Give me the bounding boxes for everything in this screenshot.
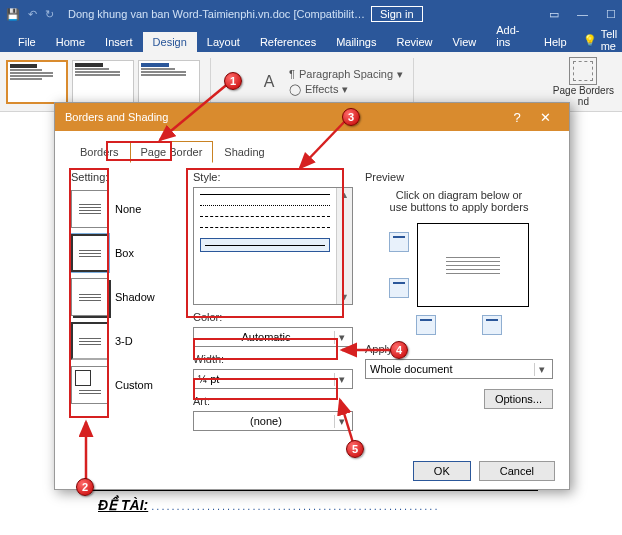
chevron-down-icon[interactable]: ▾ [334,373,348,386]
bulb-icon: 💡 [583,34,597,47]
style-label: Style: [193,171,353,183]
paragraph-spacing[interactable]: ¶Paragraph Spacing▾ [289,68,403,81]
effects-label: Effects [305,83,338,95]
theme-thumb[interactable] [6,60,68,104]
fonts-icon: A [259,72,279,92]
setting-none[interactable]: None [71,187,181,231]
tab-layout[interactable]: Layout [197,32,250,52]
style-dotted[interactable] [200,205,330,206]
apply-to-row: Apply to: Whole document▾ Options... [365,343,553,409]
sign-in-button[interactable]: Sign in [371,6,423,22]
theme-thumb[interactable] [138,60,200,104]
preview-right-button[interactable] [482,315,502,335]
quick-access-toolbar: 💾 ↶ ↻ [6,8,54,21]
ok-button[interactable]: OK [413,461,471,481]
doc-dots: ........................................… [151,500,439,512]
help-icon[interactable]: ? [503,110,531,125]
ribbon-tabs: File Home Insert Design Layout Reference… [0,28,622,52]
options-button[interactable]: Options... [484,389,553,409]
style-scrollbar[interactable]: ▲▼ [336,188,352,304]
page-borders-label: Page Borders [553,85,614,96]
tab-insert[interactable]: Insert [95,32,143,52]
borders-shading-dialog: Borders and Shading ? ✕ Borders Page Bor… [54,102,570,490]
preview-bottom-button[interactable] [389,278,409,298]
apply-to-combo[interactable]: Whole document▾ [365,359,553,379]
preview-left-button[interactable] [416,315,436,335]
tab-file[interactable]: File [8,32,46,52]
apply-to-value: Whole document [370,363,534,375]
art-combo[interactable]: (none)▾ [193,411,353,431]
setting-3d[interactable]: 3-D [71,319,181,363]
cancel-button[interactable]: Cancel [479,461,555,481]
save-icon[interactable]: 💾 [6,8,20,21]
style-dashdot[interactable] [200,227,330,228]
page-borders-label2: nd [578,96,589,107]
preview-area [365,223,553,307]
tab-view[interactable]: View [443,32,487,52]
preview-top-button[interactable] [389,232,409,252]
scroll-down-icon[interactable]: ▼ [340,292,349,302]
redo-icon[interactable]: ↻ [45,8,54,21]
maximize-icon[interactable]: ☐ [606,8,616,21]
theme-thumb[interactable] [72,60,134,104]
ribbon-options-icon[interactable]: ▭ [549,8,559,21]
colors-icon: 🎨 [225,72,245,92]
scroll-up-icon[interactable]: ▲ [340,190,349,200]
page-borders-button[interactable]: Page Borders nd [551,55,616,109]
dlgtab-borders[interactable]: Borders [69,141,130,163]
art-label: Art: [193,395,353,407]
dialog-footer: OK Cancel [413,461,555,481]
width-combo[interactable]: ¼ pt▾ [193,369,353,389]
chevron-down-icon[interactable]: ▾ [334,415,348,428]
close-icon[interactable]: ✕ [531,110,559,125]
preview-label: Preview [365,171,553,183]
page-borders-icon [569,57,597,85]
tab-help[interactable]: Help [534,32,577,52]
dialog-body: Setting: None Box Shadow 3-D Custom Styl… [55,163,569,445]
color-label: Color: [193,311,353,323]
tab-review[interactable]: Review [387,32,443,52]
setting-custom-label: Custom [115,379,153,391]
tab-home[interactable]: Home [46,32,95,52]
chevron-down-icon[interactable]: ▾ [534,363,548,376]
dlgtab-page-border[interactable]: Page Border [130,141,214,163]
chevron-down-icon: ▾ [397,68,403,81]
dlgtab-shading[interactable]: Shading [213,141,275,163]
setting-3d-label: 3-D [115,335,133,347]
setting-custom[interactable]: Custom [71,363,181,407]
fonts-button[interactable]: A [255,70,283,94]
chevron-down-icon: ▾ [342,83,348,96]
setting-box-label: Box [115,247,134,259]
style-selected[interactable] [200,238,330,252]
width-label: Width: [193,353,353,365]
style-solid[interactable] [200,194,330,195]
tab-mailings[interactable]: Mailings [326,32,386,52]
window-controls: ▭ — ☐ [549,8,616,21]
tab-addins[interactable]: Add-ins [486,20,534,52]
ribbon-options: ¶Paragraph Spacing▾ ◯Effects▾ [289,68,403,96]
tell-me[interactable]: 💡Tell me [583,28,622,52]
minimize-icon[interactable]: — [577,8,588,21]
document-formatting-gallery[interactable] [6,60,200,104]
tab-references[interactable]: References [250,32,326,52]
style-listbox[interactable]: ▲▼ [193,187,353,305]
colors-button[interactable]: 🎨 [221,70,249,94]
setting-shadow[interactable]: Shadow [71,275,181,319]
tab-design[interactable]: Design [143,32,197,52]
effects[interactable]: ◯Effects▾ [289,83,403,96]
preview-text: Click on diagram below oruse buttons to … [365,189,553,213]
setting-box[interactable]: Box [71,231,181,275]
dialog-title: Borders and Shading [65,111,168,123]
effects-icon: ◯ [289,83,301,96]
preview-box[interactable] [417,223,529,307]
dialog-tabs: Borders Page Border Shading [55,131,569,163]
style-dashed[interactable] [200,216,330,217]
style-column: Style: ▲▼ Color: Automatic▾ Width: ¼ pt▾… [193,171,353,437]
color-combo[interactable]: Automatic▾ [193,327,353,347]
apply-to-label: Apply to: [365,343,553,355]
chevron-down-icon[interactable]: ▾ [334,331,348,344]
undo-icon[interactable]: ↶ [28,8,37,21]
paragraph-icon: ¶ [289,68,295,80]
art-value: (none) [198,415,334,427]
doc-heading: ĐỀ TÀI: [98,497,148,513]
